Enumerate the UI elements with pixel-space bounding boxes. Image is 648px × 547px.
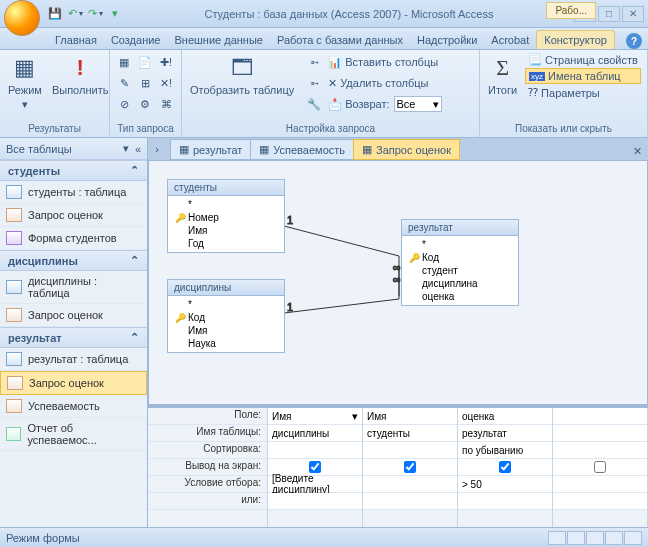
- table-box-disciplines[interactable]: дисциплины *🔑КодИмяНаука: [167, 279, 285, 353]
- datasheet-view-icon[interactable]: [548, 531, 566, 545]
- grid-cell[interactable]: [553, 425, 647, 442]
- grid-cell[interactable]: [268, 442, 362, 459]
- table-field[interactable]: *: [405, 238, 515, 251]
- grid-column[interactable]: оценкарезультатпо убыванию> 50: [458, 408, 553, 527]
- delete-cols-button[interactable]: ✕Удалить столбцы: [325, 76, 431, 91]
- grid-cell[interactable]: дисциплины: [268, 425, 362, 442]
- nav-item[interactable]: результат : таблица: [0, 348, 147, 371]
- grid-cell[interactable]: [458, 493, 552, 510]
- table-field[interactable]: дисциплина: [405, 277, 515, 290]
- show-table-button[interactable]: 🗔Отобразить таблицу: [186, 52, 298, 98]
- query-design-surface[interactable]: 1∞ 1∞ студенты *🔑НомерИмяГод дисциплины …: [148, 160, 648, 405]
- nav-item[interactable]: Отчет об успеваемос...: [0, 418, 147, 451]
- tab-database[interactable]: Работа с базами данных: [270, 31, 410, 49]
- close-tab-icon[interactable]: ✕: [627, 143, 648, 160]
- doc-tab[interactable]: ▦Успеваемость: [250, 139, 354, 160]
- table-field[interactable]: Наука: [171, 337, 281, 350]
- append-icon[interactable]: ✚!: [156, 52, 176, 72]
- table-field[interactable]: Год: [171, 237, 281, 250]
- grid-cell[interactable]: [553, 459, 647, 476]
- nav-item[interactable]: Запрос оценок: [0, 304, 147, 327]
- delete-rows-icon[interactable]: ➵: [304, 73, 324, 93]
- table-box-students[interactable]: студенты *🔑НомерИмяГод: [167, 179, 285, 253]
- nav-item[interactable]: Форма студентов: [0, 227, 147, 250]
- grid-cell[interactable]: [553, 408, 647, 425]
- redo-icon[interactable]: ↷: [86, 5, 104, 23]
- pivot-chart-view-icon[interactable]: [586, 531, 604, 545]
- return-combo[interactable]: Все▾: [394, 96, 442, 112]
- pivot-table-view-icon[interactable]: [567, 531, 585, 545]
- insert-cols-button[interactable]: 📊Вставить столбцы: [325, 55, 441, 70]
- grid-column[interactable]: Имястуденты: [363, 408, 458, 527]
- crosstab-icon[interactable]: ⊞: [135, 73, 155, 93]
- grid-column[interactable]: [553, 408, 648, 527]
- nav-item[interactable]: дисциплины : таблица: [0, 271, 147, 304]
- nav-header[interactable]: Все таблицы▾«: [0, 138, 147, 160]
- grid-cell[interactable]: Имя▾: [268, 408, 362, 425]
- table-field[interactable]: *: [171, 298, 281, 311]
- close-button[interactable]: ✕: [622, 6, 644, 22]
- tab-acrobat[interactable]: Acrobat: [484, 31, 536, 49]
- table-field[interactable]: студент: [405, 264, 515, 277]
- nav-item[interactable]: Успеваемость: [0, 395, 147, 418]
- grid-cell[interactable]: результат: [458, 425, 552, 442]
- builder-icon[interactable]: 🔧: [304, 94, 324, 114]
- tab-home[interactable]: Главная: [48, 31, 104, 49]
- grid-cell[interactable]: [Введите дисциплину]: [268, 476, 362, 493]
- grid-cell[interactable]: [553, 476, 647, 493]
- grid-cell[interactable]: [458, 459, 552, 476]
- grid-column[interactable]: Имя▾дисциплины[Введите дисциплину]: [268, 408, 363, 527]
- delete-query-icon[interactable]: ✕!: [156, 73, 176, 93]
- table-field[interactable]: 🔑Код: [171, 311, 281, 324]
- office-button[interactable]: [4, 0, 40, 36]
- tab-create[interactable]: Создание: [104, 31, 168, 49]
- show-checkbox[interactable]: [499, 461, 511, 473]
- nav-item[interactable]: Запрос оценок: [0, 371, 147, 395]
- show-checkbox[interactable]: [309, 461, 321, 473]
- grid-cell[interactable]: [363, 493, 457, 510]
- nav-group-header[interactable]: студенты⌃: [0, 160, 147, 181]
- union-icon[interactable]: ⊘: [114, 94, 134, 114]
- table-box-result[interactable]: результат *🔑Кодстудентдисциплинаоценка: [401, 219, 519, 306]
- grid-cell[interactable]: Имя: [363, 408, 457, 425]
- nav-item[interactable]: студенты : таблица: [0, 181, 147, 204]
- nav-item[interactable]: Запрос оценок: [0, 204, 147, 227]
- datadef-icon[interactable]: ⌘: [156, 94, 176, 114]
- grid-cell[interactable]: [553, 442, 647, 459]
- grid-cell[interactable]: по убыванию: [458, 442, 552, 459]
- sql-view-icon[interactable]: [605, 531, 623, 545]
- save-icon[interactable]: 💾: [46, 5, 64, 23]
- grid-cell[interactable]: [363, 459, 457, 476]
- doc-tab[interactable]: ▦Запрос оценок: [353, 139, 460, 160]
- passthrough-icon[interactable]: ⚙: [135, 94, 155, 114]
- nav-group-header[interactable]: результат⌃: [0, 327, 147, 348]
- grid-cell[interactable]: > 50: [458, 476, 552, 493]
- property-sheet-button[interactable]: 📃Страница свойств: [525, 52, 641, 67]
- table-field[interactable]: оценка: [405, 290, 515, 303]
- insert-rows-icon[interactable]: ➵: [304, 52, 324, 72]
- table-field[interactable]: 🔑Номер: [171, 211, 281, 224]
- table-field[interactable]: *: [171, 198, 281, 211]
- grid-cell[interactable]: [268, 493, 362, 510]
- totals-button[interactable]: ΣИтоги: [484, 52, 521, 98]
- table-field[interactable]: Имя: [171, 224, 281, 237]
- grid-cell[interactable]: [553, 493, 647, 510]
- table-field[interactable]: Имя: [171, 324, 281, 337]
- run-button[interactable]: !Выполнить: [48, 52, 112, 98]
- grid-cell[interactable]: [363, 476, 457, 493]
- view-button[interactable]: ▦Режим▾: [4, 52, 46, 113]
- query-grid[interactable]: Поле:Имя таблицы:Сортировка:Вывод на экр…: [148, 405, 648, 527]
- shutter-bar-icon[interactable]: ›: [148, 138, 166, 160]
- maximize-button[interactable]: □: [598, 6, 620, 22]
- parameters-button[interactable]: ⁇Параметры: [525, 85, 641, 100]
- undo-icon[interactable]: ↶: [66, 5, 84, 23]
- grid-cell[interactable]: оценка: [458, 408, 552, 425]
- make-table-icon[interactable]: 📄: [135, 52, 155, 72]
- nav-group-header[interactable]: дисциплины⌃: [0, 250, 147, 271]
- help-icon[interactable]: ?: [626, 33, 642, 49]
- design-view-icon[interactable]: [624, 531, 642, 545]
- update-icon[interactable]: ✎: [114, 73, 134, 93]
- show-checkbox[interactable]: [594, 461, 606, 473]
- tab-design[interactable]: Конструктор: [536, 30, 615, 49]
- table-names-button[interactable]: xyzИмена таблиц: [525, 68, 641, 84]
